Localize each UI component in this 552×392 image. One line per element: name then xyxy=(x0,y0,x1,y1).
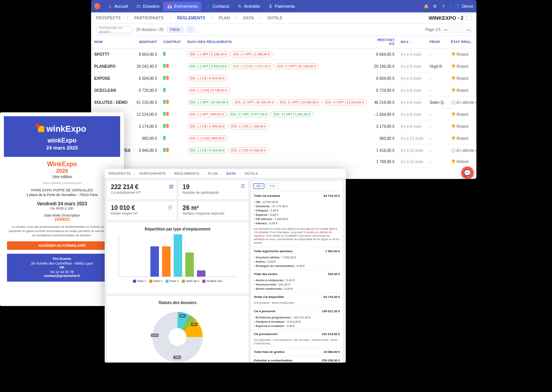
tab-prospects[interactable]: PROSPECTS xyxy=(96,16,121,20)
payment-pill[interactable]: Éch. 2 | VRT | 3 465,60 € xyxy=(230,51,273,57)
search-input[interactable]: Rechercher un dossier... xyxy=(96,26,133,33)
table-row[interactable]: 960,00 €Éch. 1 | CHQ | 960,00 €960,00 €i… xyxy=(91,132,476,144)
legend-item: Start-Up 2 xyxy=(182,279,199,283)
flyer-email[interactable]: contact@proevents.fr xyxy=(13,274,111,278)
table-row[interactable]: OCECLEAN8 728,80 €Éch. 1 | CHQ | 8 728,8… xyxy=(91,84,476,96)
table-row[interactable]: SPOTTT8 664,00 €Éch. 1 | VRT | 5 198,40 … xyxy=(91,48,476,60)
bar xyxy=(150,246,159,277)
cell-maj: il y a 5 mois xyxy=(398,48,426,60)
dtab-data[interactable]: DATA xyxy=(226,172,236,175)
more-button[interactable]: ⋯ xyxy=(463,13,472,20)
payment-pill[interactable]: Éch. 1 | VRT | 5 198,40 € xyxy=(187,51,229,57)
payment-pill[interactable]: Éch. 2 | CB | 5 616,00 € xyxy=(229,147,269,153)
flyer-name: WinkExpo xyxy=(7,161,117,168)
cell-suivi: Éch. 1 | VRT | 900,00 €Éch. 2 | VRT | 8 … xyxy=(184,108,371,120)
table-row[interactable]: PLANEXPO39 242,40 €Éch. 1 | VRT | 9 523,… xyxy=(91,60,476,72)
chat-button[interactable]: 💬 xyxy=(461,167,474,179)
table-row[interactable]: SOLUTES - DÉMO61 216,80 €Éch. 1 | VRT | … xyxy=(91,96,476,108)
side-tab-ht[interactable]: HT xyxy=(253,183,264,189)
payment-pill[interactable]: Éch. 1 | CHQ | 960,00 € xyxy=(187,135,228,141)
cell-montant: 39 242,40 € xyxy=(133,60,160,72)
cell-etat: 🕓 En attente sign. aven. xyxy=(448,96,476,108)
doc-ok-icon xyxy=(163,76,166,80)
legend-item: Pack 2 xyxy=(149,279,162,283)
dtab-prospects[interactable]: PROSPECTS xyxy=(109,172,131,175)
dtab-plan[interactable]: PLAN xyxy=(208,172,217,175)
col-6[interactable]: PROP. xyxy=(426,36,448,48)
payment-pill[interactable]: Éch. 2 | VRT | 8 477,28 € xyxy=(228,111,270,117)
table-row[interactable]: … LLC12 524,00 €Éch. 1 | VRT | 900,00 €É… xyxy=(91,108,476,120)
cell-suivi: Éch. 1 | VRT | 15 000,00 €Éch. 2 | VRT |… xyxy=(184,96,371,108)
col-3[interactable]: SUIVI DES RÈGLEMENTS xyxy=(184,36,371,48)
nav-contacts[interactable]: 👤Contacts xyxy=(202,2,233,11)
nav-activites[interactable]: ↻Activités xyxy=(233,2,264,11)
cell-prop: Virgil R. xyxy=(426,60,448,72)
col-4[interactable]: RESTANT DÛ xyxy=(371,36,398,48)
side-sub: › Avoirs à rembourser : 0,00 €› Vouchers… xyxy=(251,278,343,292)
filter-more-button[interactable]: ⋯ xyxy=(186,26,194,33)
table-row[interactable]: …IAS ASSOCIATES9 840,00 €Éch. 1 | CB | 8… xyxy=(91,144,476,156)
page-prev[interactable]: ‹ xyxy=(450,27,456,33)
payment-pill[interactable]: Éch. 3 | VRT | 15 000,00 € xyxy=(278,99,322,105)
payment-pill[interactable]: Éch. 1 | VRT | 9 523,20 € xyxy=(187,63,229,69)
payment-pill[interactable]: Éch. 3 | VRT | 20 196,00 € xyxy=(274,63,319,69)
payment-pill[interactable]: Éch. 2 | CHQ | 9 523,20 € xyxy=(230,63,273,69)
euro-icon: ▤ xyxy=(169,184,173,189)
side-subnote: (CA disponible + CA à percevoir + éch de… xyxy=(251,338,343,347)
page-last[interactable]: ⏭ xyxy=(466,27,472,33)
doc-warn-icon xyxy=(166,64,169,68)
payment-pill[interactable]: Éch. 4 | VRT | 16 216,80 € xyxy=(323,99,367,105)
page-first[interactable]: ⏮ xyxy=(442,27,448,33)
payment-pill[interactable]: Éch. 3 | VRT | 5 651,52 € xyxy=(271,111,313,117)
table-row[interactable]: 1 708,80 €il y a 12 mois-👎 RetardVALIDÉ xyxy=(91,156,476,167)
tab-reglements[interactable]: RÈGLEMENTS xyxy=(177,16,205,20)
payment-pill[interactable]: Éch. 2 | VRT | 15 000,00 € xyxy=(232,99,276,105)
side-tab-ttc[interactable]: TTC xyxy=(266,183,279,189)
user-icon: 👤 xyxy=(455,4,461,9)
table-row[interactable]: EXPOSE6 504,00 €Éch. 1 | CB | 6 504,00 €… xyxy=(91,72,476,84)
navbar: ⌂Accueil 🗀Dossiers 📅Événements 👤Contacts… xyxy=(91,0,476,12)
cell-restant: 3 174,00 € xyxy=(371,120,398,132)
tab-data[interactable]: DATA xyxy=(243,16,254,20)
payment-pill[interactable]: Éch. 1 | VRT | 900,00 € xyxy=(187,111,227,117)
payment-pill[interactable]: Éch. 1 | CB | 6 504,00 € xyxy=(187,75,228,81)
cell-contrat xyxy=(160,144,184,156)
payment-pill[interactable]: Éch. 1 | CB | 2 600,00 € xyxy=(187,123,228,129)
tab-outils[interactable]: OUTILS xyxy=(267,16,282,20)
page-next[interactable]: › xyxy=(458,27,464,33)
gear-icon[interactable]: ⚙ xyxy=(432,4,438,9)
flyer-url[interactable]: https://inwink.com/winkexpo xyxy=(7,181,117,185)
nav-accueil[interactable]: ⌂Accueil xyxy=(104,2,132,11)
flyer-cta-button[interactable]: ACCÉDER AU FORMULAIRE xyxy=(7,241,117,250)
col-7[interactable]: ÉTAT RÉGL. xyxy=(448,36,476,48)
filter-button[interactable]: Filtrer xyxy=(167,26,184,33)
side-row: CA prévisionnel222 213,60 € xyxy=(251,330,343,338)
col-5[interactable]: MAJ ↓ xyxy=(398,36,426,48)
thumbs-down-icon: 👎 xyxy=(451,112,455,117)
side-row: Solde CA disponible63 734,40 € xyxy=(251,292,343,301)
nav-dossiers[interactable]: 🗀Dossiers xyxy=(132,2,163,11)
payment-pill[interactable]: Éch. 1 | VRT | 15 000,00 € xyxy=(187,99,231,105)
tab-participants[interactable]: PARTICIPANTS xyxy=(134,16,164,20)
cell-suivi: Éch. 1 | CB | 2 600,00 €Éch. 2 | CB | 1 … xyxy=(184,120,371,132)
dtab-participants[interactable]: PARTICIPANTS xyxy=(140,172,166,175)
bell-icon[interactable]: 🔔 xyxy=(424,4,429,9)
tab-plan[interactable]: PLAN xyxy=(219,16,229,20)
col-0[interactable]: NOM xyxy=(91,36,133,48)
col-2[interactable]: CONTRAT xyxy=(160,36,184,48)
col-1[interactable]: MONTANT xyxy=(133,36,160,48)
help-icon[interactable]: ? xyxy=(441,4,446,9)
user-label[interactable]: Démo xyxy=(462,4,473,9)
flyer-deadline-label: Date limite d'inscription xyxy=(7,213,117,217)
table-row[interactable]: 3 174,00 €Éch. 1 | CB | 2 600,00 €Éch. 2… xyxy=(91,120,476,132)
cell-etat: 👎 Retard xyxy=(448,60,476,72)
dtab-outils[interactable]: OUTILS xyxy=(245,172,258,175)
payment-pill[interactable]: Éch. 1 | CB | 8 424,00 € xyxy=(187,147,228,153)
cell-contrat xyxy=(160,72,184,84)
nav-paiements[interactable]: $Paiements xyxy=(264,2,299,11)
payment-pill[interactable]: Éch. 1 | CHQ | 8 728,80 € xyxy=(187,87,230,93)
payment-pill[interactable]: Éch. 2 | CB | 1 208,80 € xyxy=(229,123,269,129)
dtab-reglements[interactable]: RÈGLEMENTS xyxy=(174,172,200,175)
doc-warn-icon xyxy=(166,124,169,128)
nav-evenements[interactable]: 📅Événements xyxy=(163,2,202,11)
